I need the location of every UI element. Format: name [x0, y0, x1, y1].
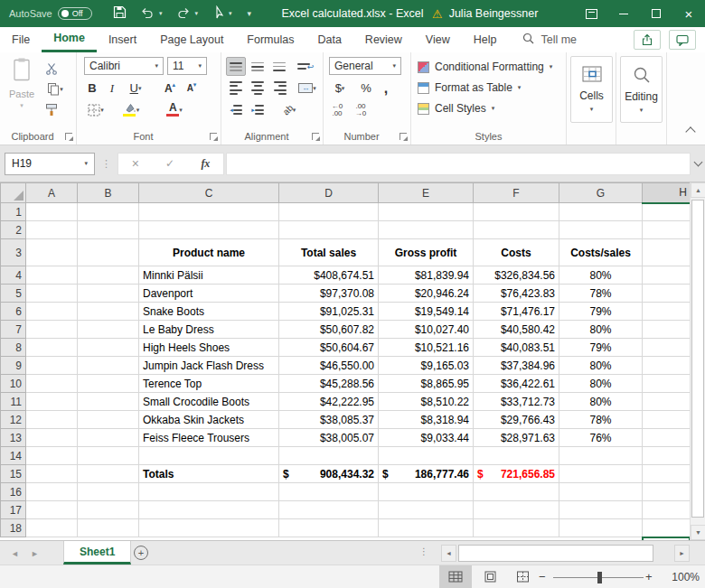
format-painter-button[interactable] — [42, 100, 61, 119]
editing-button[interactable]: Editing ▾ — [620, 56, 663, 123]
orientation-button[interactable]: ab▾ — [276, 100, 303, 119]
page-break-preview-button[interactable] — [506, 565, 539, 588]
clipboard-dialog-launcher-icon[interactable] — [65, 133, 72, 140]
cell[interactable] — [26, 303, 78, 321]
tab-data[interactable]: Data — [306, 27, 352, 52]
column-header-c[interactable]: C — [139, 183, 279, 203]
cell-costs-sales[interactable]: 80% — [559, 357, 643, 375]
cell[interactable] — [279, 519, 379, 537]
cell[interactable] — [643, 321, 691, 339]
new-sheet-icon[interactable]: + — [134, 546, 148, 560]
cell[interactable] — [559, 447, 643, 465]
cell[interactable] — [643, 501, 691, 519]
cell[interactable] — [26, 321, 78, 339]
scroll-left-icon[interactable]: ◄ — [441, 545, 456, 562]
zoom-slider-handle[interactable] — [597, 572, 602, 583]
cell[interactable] — [78, 266, 139, 285]
cell-total-sales[interactable]: $46,550.00 — [279, 357, 379, 375]
undo-dropdown-icon[interactable]: ▾ — [159, 10, 163, 17]
font-color-button[interactable]: A▾ — [160, 100, 189, 119]
cell-product[interactable]: Okkaba Skin Jackets — [139, 411, 279, 429]
expand-formula-bar-icon[interactable] — [691, 163, 705, 165]
decrease-font-size-button[interactable]: A▾ — [182, 79, 202, 98]
cell-total-sales[interactable]: $50,604.67 — [279, 339, 379, 357]
cell[interactable] — [474, 519, 559, 537]
cell[interactable] — [643, 285, 691, 303]
cell[interactable] — [78, 239, 139, 266]
totals-gross-profit-cell[interactable]: $186,777.46 — [379, 465, 474, 483]
cell-product[interactable]: Jumpin Jack Flash Dress — [139, 357, 279, 375]
cell[interactable] — [78, 375, 139, 393]
number-dialog-launcher-icon[interactable] — [400, 133, 407, 140]
prev-sheet-icon[interactable]: ◄ — [11, 541, 19, 565]
cell[interactable] — [26, 483, 78, 501]
cell[interactable] — [26, 285, 78, 303]
row-header[interactable]: 7 — [1, 321, 26, 339]
cell[interactable] — [78, 303, 139, 321]
cell[interactable] — [139, 447, 279, 465]
paste-button[interactable]: Paste ▾ — [5, 57, 38, 124]
cell[interactable] — [474, 501, 559, 519]
cell[interactable] — [279, 221, 379, 239]
cell-gross-profit[interactable]: $10,521.16 — [379, 339, 474, 357]
cells-button[interactable]: Cells ▾ — [570, 56, 613, 123]
cell[interactable] — [26, 239, 78, 266]
cell-total-sales[interactable]: $91,025.31 — [279, 303, 379, 321]
cell[interactable] — [643, 203, 691, 221]
row-header[interactable]: 2 — [1, 221, 26, 239]
row-header[interactable]: 11 — [1, 393, 26, 411]
cell-costs-sales[interactable]: 78% — [559, 285, 643, 303]
cell[interactable] — [26, 357, 78, 375]
cell[interactable] — [78, 285, 139, 303]
insert-function-button[interactable]: fx — [201, 157, 210, 171]
account-area[interactable]: ⚠ Julia Beingessner — [432, 0, 538, 27]
table-header-costs[interactable]: Costs — [474, 239, 559, 266]
top-align-button[interactable] — [226, 57, 246, 76]
row-header[interactable]: 6 — [1, 303, 26, 321]
cell[interactable] — [26, 203, 78, 221]
row-header[interactable]: 17 — [1, 501, 26, 519]
bottom-align-button[interactable] — [269, 57, 289, 76]
scroll-down-icon[interactable]: ▼ — [691, 525, 705, 540]
cell-product[interactable]: Snake Boots — [139, 303, 279, 321]
cell-product[interactable]: Minnki Pälsii — [139, 266, 279, 285]
column-header-g[interactable]: G — [559, 183, 643, 203]
cell[interactable] — [78, 339, 139, 357]
zoom-out-icon[interactable]: − — [539, 565, 546, 588]
cell[interactable] — [26, 266, 78, 285]
column-header-h-selected[interactable]: H — [643, 183, 691, 203]
tab-view[interactable]: View — [414, 27, 462, 52]
row-header[interactable]: 10 — [1, 375, 26, 393]
cell[interactable] — [279, 203, 379, 221]
cell[interactable] — [559, 483, 643, 501]
cell[interactable] — [78, 501, 139, 519]
cell-total-sales[interactable]: $42,222.95 — [279, 393, 379, 411]
row-header[interactable]: 3 — [1, 239, 26, 266]
cell[interactable] — [78, 483, 139, 501]
cell-costs-sales[interactable]: 80% — [559, 321, 643, 339]
cell-product[interactable]: Feiss Fleece Trousers — [139, 429, 279, 447]
cell[interactable] — [78, 429, 139, 447]
cell[interactable] — [78, 411, 139, 429]
cell[interactable] — [643, 447, 691, 465]
cell[interactable] — [26, 519, 78, 537]
cell[interactable] — [26, 411, 78, 429]
cell-costs-sales[interactable]: 80% — [559, 393, 643, 411]
table-header-total-sales[interactable]: Total sales — [279, 239, 379, 266]
cell[interactable] — [379, 483, 474, 501]
borders-button[interactable]: ▾ — [82, 100, 109, 119]
cell[interactable] — [26, 393, 78, 411]
cell[interactable] — [379, 203, 474, 221]
cell[interactable] — [643, 221, 691, 239]
row-header[interactable]: 1 — [1, 203, 26, 221]
totals-empty-cell[interactable] — [559, 465, 643, 483]
column-header-e[interactable]: E — [379, 183, 474, 203]
redo-dropdown-icon[interactable]: ▾ — [195, 10, 199, 17]
tell-me-search[interactable]: Tell me — [522, 27, 577, 52]
share-button[interactable] — [634, 30, 661, 50]
column-header-d[interactable]: D — [279, 183, 379, 203]
cell[interactable] — [643, 465, 691, 483]
cell[interactable] — [139, 221, 279, 239]
name-box[interactable]: H19 ▾ — [5, 153, 95, 175]
underline-button[interactable]: U▾ — [122, 79, 149, 98]
